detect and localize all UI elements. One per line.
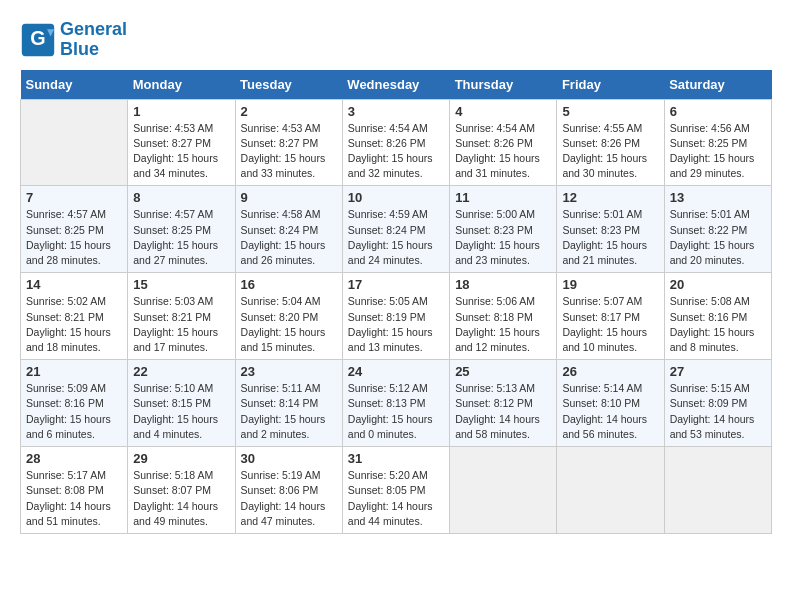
- day-number: 9: [241, 190, 337, 205]
- day-number: 7: [26, 190, 122, 205]
- day-details: Sunrise: 5:10 AMSunset: 8:15 PMDaylight:…: [133, 381, 229, 442]
- day-cell: 16Sunrise: 5:04 AMSunset: 8:20 PMDayligh…: [235, 273, 342, 360]
- day-details: Sunrise: 4:53 AMSunset: 8:27 PMDaylight:…: [241, 121, 337, 182]
- day-cell: 30Sunrise: 5:19 AMSunset: 8:06 PMDayligh…: [235, 447, 342, 534]
- day-number: 28: [26, 451, 122, 466]
- day-cell: 23Sunrise: 5:11 AMSunset: 8:14 PMDayligh…: [235, 360, 342, 447]
- day-cell: 27Sunrise: 5:15 AMSunset: 8:09 PMDayligh…: [664, 360, 771, 447]
- day-number: 23: [241, 364, 337, 379]
- day-cell: [664, 447, 771, 534]
- calendar-table: SundayMondayTuesdayWednesdayThursdayFrid…: [20, 70, 772, 534]
- day-number: 1: [133, 104, 229, 119]
- day-details: Sunrise: 5:00 AMSunset: 8:23 PMDaylight:…: [455, 207, 551, 268]
- day-details: Sunrise: 4:54 AMSunset: 8:26 PMDaylight:…: [455, 121, 551, 182]
- logo-icon: G: [20, 22, 56, 58]
- logo-text: General Blue: [60, 20, 127, 60]
- day-details: Sunrise: 5:13 AMSunset: 8:12 PMDaylight:…: [455, 381, 551, 442]
- day-cell: 10Sunrise: 4:59 AMSunset: 8:24 PMDayligh…: [342, 186, 449, 273]
- day-number: 14: [26, 277, 122, 292]
- day-cell: 5Sunrise: 4:55 AMSunset: 8:26 PMDaylight…: [557, 99, 664, 186]
- day-details: Sunrise: 4:57 AMSunset: 8:25 PMDaylight:…: [26, 207, 122, 268]
- day-number: 16: [241, 277, 337, 292]
- header-cell-friday: Friday: [557, 70, 664, 100]
- calendar-header: SundayMondayTuesdayWednesdayThursdayFrid…: [21, 70, 772, 100]
- day-number: 11: [455, 190, 551, 205]
- day-number: 15: [133, 277, 229, 292]
- day-details: Sunrise: 4:53 AMSunset: 8:27 PMDaylight:…: [133, 121, 229, 182]
- day-number: 22: [133, 364, 229, 379]
- day-details: Sunrise: 5:20 AMSunset: 8:05 PMDaylight:…: [348, 468, 444, 529]
- day-details: Sunrise: 4:59 AMSunset: 8:24 PMDaylight:…: [348, 207, 444, 268]
- day-number: 5: [562, 104, 658, 119]
- header-cell-tuesday: Tuesday: [235, 70, 342, 100]
- day-details: Sunrise: 5:09 AMSunset: 8:16 PMDaylight:…: [26, 381, 122, 442]
- header-cell-monday: Monday: [128, 70, 235, 100]
- day-number: 10: [348, 190, 444, 205]
- day-details: Sunrise: 5:19 AMSunset: 8:06 PMDaylight:…: [241, 468, 337, 529]
- day-number: 4: [455, 104, 551, 119]
- day-cell: 17Sunrise: 5:05 AMSunset: 8:19 PMDayligh…: [342, 273, 449, 360]
- week-row-3: 14Sunrise: 5:02 AMSunset: 8:21 PMDayligh…: [21, 273, 772, 360]
- logo: G General Blue: [20, 20, 127, 60]
- day-number: 21: [26, 364, 122, 379]
- day-details: Sunrise: 5:01 AMSunset: 8:23 PMDaylight:…: [562, 207, 658, 268]
- day-cell: 25Sunrise: 5:13 AMSunset: 8:12 PMDayligh…: [450, 360, 557, 447]
- day-number: 27: [670, 364, 766, 379]
- day-number: 24: [348, 364, 444, 379]
- day-number: 31: [348, 451, 444, 466]
- day-details: Sunrise: 4:54 AMSunset: 8:26 PMDaylight:…: [348, 121, 444, 182]
- day-cell: 26Sunrise: 5:14 AMSunset: 8:10 PMDayligh…: [557, 360, 664, 447]
- day-details: Sunrise: 5:01 AMSunset: 8:22 PMDaylight:…: [670, 207, 766, 268]
- day-details: Sunrise: 5:14 AMSunset: 8:10 PMDaylight:…: [562, 381, 658, 442]
- day-cell: 9Sunrise: 4:58 AMSunset: 8:24 PMDaylight…: [235, 186, 342, 273]
- day-number: 30: [241, 451, 337, 466]
- day-number: 25: [455, 364, 551, 379]
- day-details: Sunrise: 4:55 AMSunset: 8:26 PMDaylight:…: [562, 121, 658, 182]
- svg-text:G: G: [30, 27, 45, 49]
- day-details: Sunrise: 5:05 AMSunset: 8:19 PMDaylight:…: [348, 294, 444, 355]
- day-details: Sunrise: 5:04 AMSunset: 8:20 PMDaylight:…: [241, 294, 337, 355]
- day-cell: 1Sunrise: 4:53 AMSunset: 8:27 PMDaylight…: [128, 99, 235, 186]
- day-number: 17: [348, 277, 444, 292]
- day-number: 8: [133, 190, 229, 205]
- day-cell: [21, 99, 128, 186]
- week-row-4: 21Sunrise: 5:09 AMSunset: 8:16 PMDayligh…: [21, 360, 772, 447]
- day-cell: 15Sunrise: 5:03 AMSunset: 8:21 PMDayligh…: [128, 273, 235, 360]
- day-number: 20: [670, 277, 766, 292]
- header-row: SundayMondayTuesdayWednesdayThursdayFrid…: [21, 70, 772, 100]
- day-cell: 18Sunrise: 5:06 AMSunset: 8:18 PMDayligh…: [450, 273, 557, 360]
- day-cell: 28Sunrise: 5:17 AMSunset: 8:08 PMDayligh…: [21, 447, 128, 534]
- day-cell: [557, 447, 664, 534]
- day-cell: 13Sunrise: 5:01 AMSunset: 8:22 PMDayligh…: [664, 186, 771, 273]
- day-details: Sunrise: 5:15 AMSunset: 8:09 PMDaylight:…: [670, 381, 766, 442]
- day-cell: 24Sunrise: 5:12 AMSunset: 8:13 PMDayligh…: [342, 360, 449, 447]
- day-number: 6: [670, 104, 766, 119]
- day-details: Sunrise: 5:18 AMSunset: 8:07 PMDaylight:…: [133, 468, 229, 529]
- day-cell: 7Sunrise: 4:57 AMSunset: 8:25 PMDaylight…: [21, 186, 128, 273]
- day-details: Sunrise: 4:56 AMSunset: 8:25 PMDaylight:…: [670, 121, 766, 182]
- calendar-body: 1Sunrise: 4:53 AMSunset: 8:27 PMDaylight…: [21, 99, 772, 533]
- week-row-2: 7Sunrise: 4:57 AMSunset: 8:25 PMDaylight…: [21, 186, 772, 273]
- day-details: Sunrise: 5:08 AMSunset: 8:16 PMDaylight:…: [670, 294, 766, 355]
- day-cell: 11Sunrise: 5:00 AMSunset: 8:23 PMDayligh…: [450, 186, 557, 273]
- day-details: Sunrise: 5:03 AMSunset: 8:21 PMDaylight:…: [133, 294, 229, 355]
- day-number: 26: [562, 364, 658, 379]
- day-details: Sunrise: 5:11 AMSunset: 8:14 PMDaylight:…: [241, 381, 337, 442]
- day-details: Sunrise: 5:02 AMSunset: 8:21 PMDaylight:…: [26, 294, 122, 355]
- day-details: Sunrise: 5:12 AMSunset: 8:13 PMDaylight:…: [348, 381, 444, 442]
- day-number: 29: [133, 451, 229, 466]
- day-cell: 4Sunrise: 4:54 AMSunset: 8:26 PMDaylight…: [450, 99, 557, 186]
- day-cell: 29Sunrise: 5:18 AMSunset: 8:07 PMDayligh…: [128, 447, 235, 534]
- day-cell: 19Sunrise: 5:07 AMSunset: 8:17 PMDayligh…: [557, 273, 664, 360]
- day-number: 13: [670, 190, 766, 205]
- day-cell: 31Sunrise: 5:20 AMSunset: 8:05 PMDayligh…: [342, 447, 449, 534]
- header-cell-saturday: Saturday: [664, 70, 771, 100]
- day-details: Sunrise: 5:06 AMSunset: 8:18 PMDaylight:…: [455, 294, 551, 355]
- day-cell: 20Sunrise: 5:08 AMSunset: 8:16 PMDayligh…: [664, 273, 771, 360]
- header-cell-thursday: Thursday: [450, 70, 557, 100]
- day-cell: 8Sunrise: 4:57 AMSunset: 8:25 PMDaylight…: [128, 186, 235, 273]
- day-cell: 12Sunrise: 5:01 AMSunset: 8:23 PMDayligh…: [557, 186, 664, 273]
- day-cell: [450, 447, 557, 534]
- day-details: Sunrise: 4:58 AMSunset: 8:24 PMDaylight:…: [241, 207, 337, 268]
- day-details: Sunrise: 5:07 AMSunset: 8:17 PMDaylight:…: [562, 294, 658, 355]
